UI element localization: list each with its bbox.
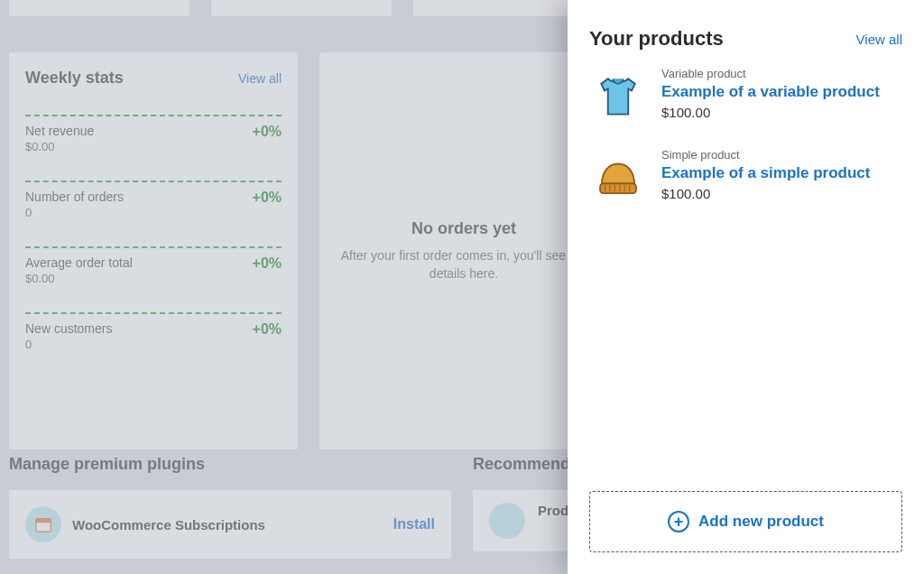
product-thumb-beanie: [589, 148, 647, 206]
product-item[interactable]: Variable product Example of a variable p…: [589, 67, 902, 125]
your-products-title: Your products: [589, 27, 724, 51]
your-products-view-all[interactable]: View all: [856, 32, 902, 47]
product-item[interactable]: Simple product Example of a simple produ…: [589, 148, 902, 206]
product-thumb-shirt: [589, 67, 647, 125]
add-new-product-button[interactable]: + Add new product: [589, 491, 902, 552]
plus-circle-icon: +: [668, 511, 689, 532]
product-type: Simple product: [661, 148, 870, 162]
svg-rect-2: [600, 183, 636, 193]
product-title[interactable]: Example of a simple product: [661, 164, 870, 182]
your-products-panel: Your products View all Variable product …: [568, 0, 924, 574]
product-price: $100.00: [661, 186, 870, 201]
product-type: Variable product: [661, 67, 880, 80]
add-new-product-label: Add new product: [698, 513, 824, 531]
product-price: $100.00: [661, 105, 880, 120]
product-title[interactable]: Example of a variable product: [661, 83, 880, 101]
